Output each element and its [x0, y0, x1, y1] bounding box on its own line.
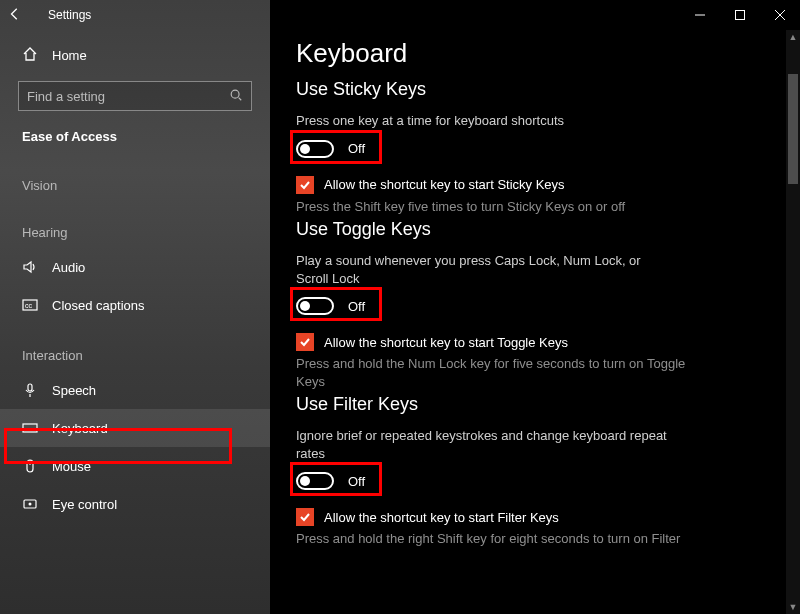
sticky-shortcut-checkbox[interactable]: [296, 176, 314, 194]
sidebar-item-keyboard[interactable]: Keyboard: [0, 409, 270, 447]
home-icon: [22, 46, 38, 65]
sticky-keys-desc: Press one key at a time for keyboard sho…: [296, 112, 676, 130]
group-hearing: Hearing: [0, 201, 270, 248]
scrollbar[interactable]: ▲ ▼: [786, 30, 800, 614]
sidebar-item-mouse[interactable]: Mouse: [0, 447, 270, 485]
home-label: Home: [52, 48, 87, 63]
settings-window: Settings Home Find a setting Ease of Acc…: [0, 0, 800, 614]
svg-line-3: [239, 97, 242, 100]
toggle-keys-state: Off: [348, 299, 365, 314]
nav-label: Keyboard: [52, 421, 108, 436]
svg-point-12: [29, 503, 32, 506]
filter-shortcut-row: Allow the shortcut key to start Filter K…: [296, 508, 770, 526]
nav-label: Speech: [52, 383, 96, 398]
caption-buttons: [680, 0, 800, 30]
sidebar: Home Find a setting Ease of Access Visio…: [0, 0, 270, 614]
toggle-keys-toggle-row: Off: [296, 293, 770, 319]
search-icon: [229, 88, 243, 105]
back-button[interactable]: [0, 7, 30, 24]
maximize-button[interactable]: [720, 0, 760, 30]
filter-shortcut-checkbox[interactable]: [296, 508, 314, 526]
toggle-keys-heading: Use Toggle Keys: [296, 219, 770, 240]
group-interaction: Interaction: [0, 324, 270, 371]
minimize-button[interactable]: [680, 0, 720, 30]
scroll-down-icon[interactable]: ▼: [786, 600, 800, 614]
sticky-keys-heading: Use Sticky Keys: [296, 79, 770, 100]
home-nav[interactable]: Home: [0, 38, 270, 75]
sidebar-item-eye-control[interactable]: Eye control: [0, 485, 270, 523]
group-vision: Vision: [0, 154, 270, 201]
close-button[interactable]: [760, 0, 800, 30]
microphone-icon: [22, 382, 38, 398]
toggle-shortcut-row: Allow the shortcut key to start Toggle K…: [296, 333, 770, 351]
nav-label: Eye control: [52, 497, 117, 512]
svg-rect-7: [23, 424, 37, 432]
sticky-keys-state: Off: [348, 141, 365, 156]
sidebar-item-closed-captions[interactable]: cc Closed captions: [0, 286, 270, 324]
category-header: Ease of Access: [0, 125, 270, 154]
filter-keys-toggle[interactable]: [296, 472, 334, 490]
filter-keys-state: Off: [348, 474, 365, 489]
content-inner: Keyboard Use Sticky Keys Press one key a…: [270, 0, 800, 558]
toggle-keys-desc: Play a sound whenever you press Caps Loc…: [296, 252, 676, 287]
sticky-keys-toggle[interactable]: [296, 140, 334, 158]
nav-label: Mouse: [52, 459, 91, 474]
svg-point-2: [231, 90, 239, 98]
svg-rect-6: [28, 384, 32, 391]
sticky-keys-toggle-row: Off: [296, 136, 770, 162]
filter-shortcut-desc: Press and hold the right Shift key for e…: [296, 530, 696, 548]
search-placeholder: Find a setting: [27, 89, 105, 104]
sticky-shortcut-desc: Press the Shift key five times to turn S…: [296, 198, 696, 216]
toggle-keys-toggle[interactable]: [296, 297, 334, 315]
nav-label: Audio: [52, 260, 85, 275]
sidebar-item-audio[interactable]: Audio: [0, 248, 270, 286]
toggle-shortcut-checkbox[interactable]: [296, 333, 314, 351]
sidebar-item-speech[interactable]: Speech: [0, 371, 270, 409]
nav-label: Closed captions: [52, 298, 145, 313]
filter-keys-toggle-row: Off: [296, 468, 770, 494]
sticky-shortcut-label: Allow the shortcut key to start Sticky K…: [324, 177, 565, 192]
filter-keys-desc: Ignore brief or repeated keystrokes and …: [296, 427, 676, 462]
search-input[interactable]: Find a setting: [18, 81, 252, 111]
mouse-icon: [22, 458, 38, 474]
speaker-icon: [22, 259, 38, 275]
scroll-up-icon[interactable]: ▲: [786, 30, 800, 44]
keyboard-icon: [22, 420, 38, 436]
eye-icon: [22, 496, 38, 512]
toggle-shortcut-label: Allow the shortcut key to start Toggle K…: [324, 335, 568, 350]
svg-rect-1: [736, 11, 745, 20]
toggle-shortcut-desc: Press and hold the Num Lock key for five…: [296, 355, 696, 390]
cc-icon: cc: [22, 297, 38, 313]
filter-keys-heading: Use Filter Keys: [296, 394, 770, 415]
page-title: Keyboard: [296, 38, 770, 69]
sticky-shortcut-row: Allow the shortcut key to start Sticky K…: [296, 176, 770, 194]
titlebar: Settings: [0, 0, 800, 30]
window-title: Settings: [48, 8, 91, 22]
scroll-thumb[interactable]: [788, 74, 798, 184]
svg-text:cc: cc: [25, 302, 33, 309]
filter-shortcut-label: Allow the shortcut key to start Filter K…: [324, 510, 559, 525]
content-pane: Keyboard Use Sticky Keys Press one key a…: [270, 0, 800, 614]
